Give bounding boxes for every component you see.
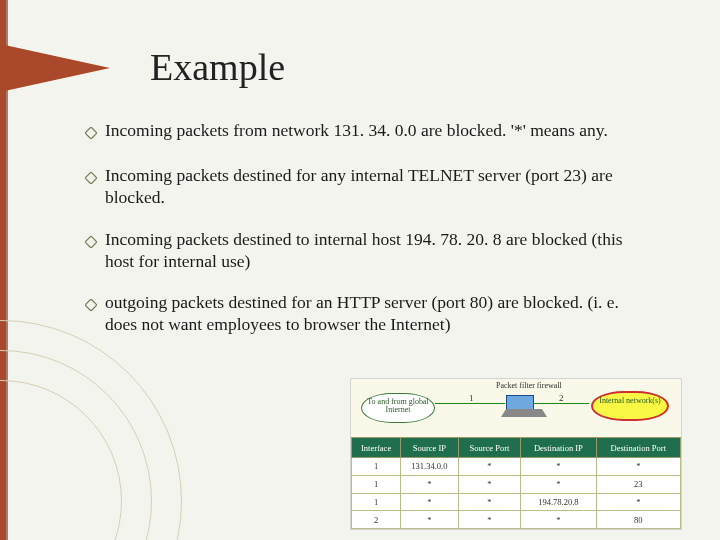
- firewall-stand: [501, 409, 547, 417]
- bullet-item: Incoming packets destined to internal ho…: [85, 229, 650, 273]
- internet-cloud: To and from global Internet: [361, 393, 435, 423]
- internal-network: Internal network(s): [591, 391, 669, 421]
- bullet-item: Incoming packets from network 131. 34. 0…: [85, 120, 650, 145]
- bullet-text: Incoming packets destined for any intern…: [105, 165, 650, 209]
- diamond-icon: [85, 232, 105, 273]
- col-interface: Interface: [352, 438, 401, 458]
- title-wedge: [0, 44, 110, 92]
- firewall-label: Packet filter firewall: [496, 381, 562, 390]
- table-row: 1 * * * 23: [352, 475, 681, 493]
- bullet-text: outgoing packets destined for an HTTP se…: [105, 292, 650, 336]
- col-source-ip: Source IP: [401, 438, 458, 458]
- col-dest-port: Destination Port: [596, 438, 680, 458]
- diamond-icon: [85, 123, 105, 145]
- table-row: 2 * * * 80: [352, 511, 681, 529]
- bullet-list: Incoming packets from network 131. 34. 0…: [85, 120, 650, 356]
- filter-table: Interface Source IP Source Port Destinat…: [351, 437, 681, 529]
- slide-title: Example: [150, 45, 285, 89]
- col-dest-ip: Destination IP: [521, 438, 596, 458]
- table-row: 1 * * 194.78.20.8 *: [352, 493, 681, 511]
- table-row: 1 131.34.0.0 * * *: [352, 458, 681, 476]
- bullet-text: Incoming packets destined to internal ho…: [105, 229, 650, 273]
- diamond-icon: [85, 168, 105, 209]
- bullet-item: Incoming packets destined for any intern…: [85, 165, 650, 209]
- link-line: [435, 403, 505, 404]
- interface-1-label: 1: [469, 393, 474, 403]
- col-source-port: Source Port: [458, 438, 521, 458]
- bullet-text: Incoming packets from network 131. 34. 0…: [105, 120, 650, 145]
- firewall-diagram: To and from global Internet 1 Packet fil…: [350, 378, 682, 530]
- bullet-item: outgoing packets destined for an HTTP se…: [85, 292, 650, 336]
- link-line: [533, 403, 589, 404]
- interface-2-label: 2: [559, 393, 564, 403]
- diagram-topology: To and from global Internet 1 Packet fil…: [351, 379, 681, 438]
- diamond-icon: [85, 295, 105, 336]
- slide: Example Incoming packets from network 13…: [0, 0, 720, 540]
